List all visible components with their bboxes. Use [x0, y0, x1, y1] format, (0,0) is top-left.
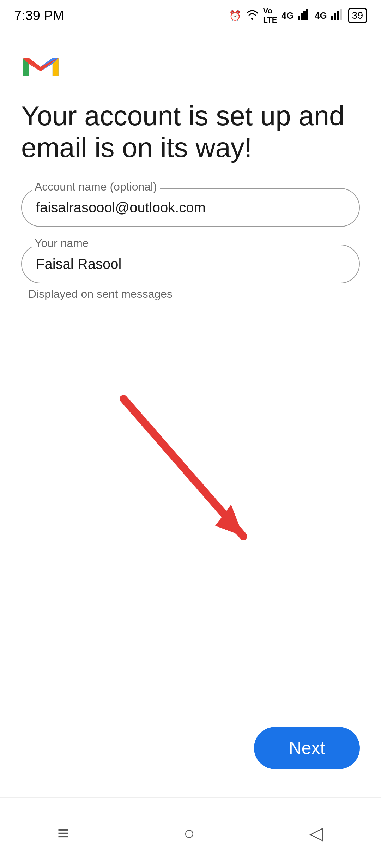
your-name-field[interactable]: Your name Displayed on sent messages: [21, 245, 360, 301]
bottom-nav: ≡ ○ ◁: [0, 797, 381, 868]
account-name-label: Account name (optional): [32, 180, 160, 193]
svg-rect-3: [306, 9, 308, 20]
svg-rect-0: [298, 16, 300, 20]
main-content: Your account is set up and email is on i…: [0, 28, 381, 301]
arrow-annotation: [71, 388, 282, 565]
svg-line-8: [123, 399, 243, 536]
svg-rect-1: [301, 13, 303, 20]
back-icon[interactable]: ◁: [309, 822, 323, 844]
account-name-field[interactable]: Account name (optional): [21, 188, 360, 227]
battery-indicator: 39: [348, 8, 367, 23]
volte-icon: VoLTE: [263, 6, 277, 25]
signal-icon2: [331, 9, 344, 22]
alarm-icon: ⏰: [229, 10, 241, 22]
menu-icon[interactable]: ≡: [58, 823, 69, 843]
svg-rect-4: [331, 16, 333, 20]
home-icon[interactable]: ○: [184, 822, 195, 844]
your-name-input[interactable]: [21, 245, 360, 283]
page-heading: Your account is set up and email is on i…: [21, 100, 360, 163]
next-button[interactable]: Next: [254, 727, 360, 769]
field-hint: Displayed on sent messages: [21, 288, 360, 301]
status-icons: ⏰ VoLTE 4G 4G: [229, 6, 367, 25]
svg-rect-5: [334, 13, 336, 20]
svg-marker-9: [215, 505, 243, 536]
wifi-icon: [246, 9, 259, 22]
gmail-logo: [21, 49, 360, 83]
svg-rect-7: [340, 9, 342, 20]
4g-icon: 4G: [281, 10, 294, 21]
status-time: 7:39 PM: [14, 8, 64, 23]
svg-rect-6: [337, 11, 339, 20]
4g-icon2: 4G: [315, 10, 327, 21]
status-bar: 7:39 PM ⏰ VoLTE 4G 4G: [0, 0, 381, 28]
your-name-label: Your name: [32, 237, 92, 250]
account-name-input[interactable]: [21, 188, 360, 227]
signal-icon: [298, 9, 310, 22]
svg-rect-2: [303, 11, 306, 20]
